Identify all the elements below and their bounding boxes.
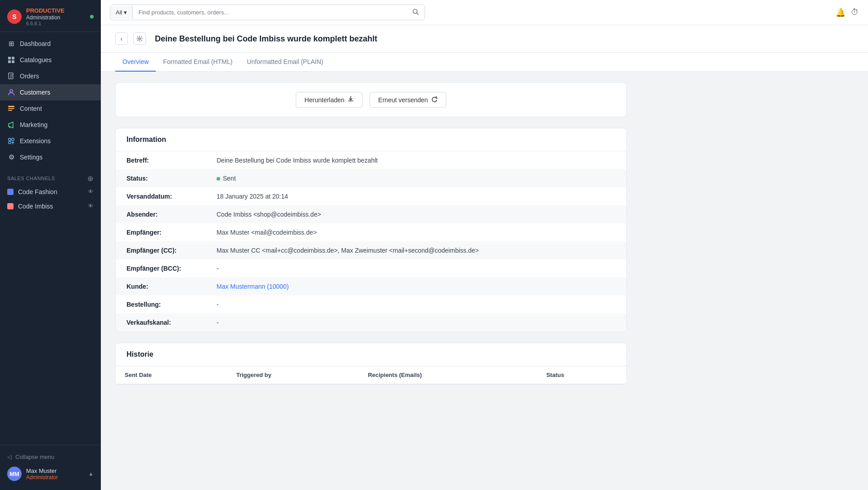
chevron-down-icon: ▾ xyxy=(124,9,127,16)
content-area: ‹ Deine Bestellung bei Code Imbiss wurde… xyxy=(101,25,868,490)
tab-unformatted-email[interactable]: Unformatted Email (PLAIN) xyxy=(240,53,330,72)
collapse-menu-button[interactable]: ◁ Collapse menu xyxy=(7,451,94,463)
sidebar-item-orders[interactable]: Orders xyxy=(0,68,101,84)
sales-channels-title: Sales Channels ⊕ xyxy=(0,169,101,185)
svg-line-16 xyxy=(416,13,418,14)
channel-label: Code Fashion xyxy=(18,188,57,195)
channel-dot xyxy=(7,203,14,209)
channel-label: Code Imbiss xyxy=(18,203,53,210)
info-label: Versanddatum: xyxy=(116,187,206,205)
sidebar-item-settings[interactable]: ⚙ Settings xyxy=(0,149,101,165)
tab-overview[interactable]: Overview xyxy=(115,53,156,72)
search-input[interactable] xyxy=(133,6,407,19)
resend-label: Erneut versenden xyxy=(378,96,428,104)
svg-rect-12 xyxy=(9,138,11,141)
sidebar-item-label: Catalogues xyxy=(20,56,52,64)
avatar: MM xyxy=(7,467,22,481)
sidebar-item-label: Content xyxy=(20,105,42,112)
sidebar-footer: ◁ Collapse menu MM Max Muster Administra… xyxy=(0,445,101,490)
user-name: Max Muster xyxy=(26,467,58,474)
brand-version: 6.6.8.1 xyxy=(26,21,64,26)
info-label: Verkaufskanal: xyxy=(116,313,206,331)
sidebar-item-label: Orders xyxy=(20,73,39,80)
svg-rect-0 xyxy=(8,57,11,59)
sidebar-item-label: Extensions xyxy=(20,137,50,145)
info-value: Max Muster CC <mail+cc@codeimbiss.de>, M… xyxy=(206,241,626,259)
info-value: Deine Bestellung bei Code Imbiss wurde k… xyxy=(206,151,626,169)
sales-channels-section: Sales Channels ⊕ Code Fashion 👁 Code Imb… xyxy=(0,169,101,213)
historie-table: Sent DateTriggered byRecipients (Emails)… xyxy=(116,366,626,384)
tabs-bar: Overview Formatted Email (HTML) Unformat… xyxy=(101,53,868,72)
info-label: Kunde: xyxy=(116,277,206,295)
sidebar-item-label: Marketing xyxy=(20,121,47,128)
topbar: All ▾ 🔔 ⏱ xyxy=(101,0,868,25)
settings-icon: ⚙ xyxy=(7,153,15,161)
sidebar-item-label: Customers xyxy=(20,89,50,96)
marketing-icon xyxy=(7,121,15,129)
sidebar-item-dashboard[interactable]: ⊞ Dashboard xyxy=(0,36,101,52)
dashboard-icon: ⊞ xyxy=(7,40,15,48)
svg-point-8 xyxy=(10,90,13,92)
table-column-header: Sent Date xyxy=(116,366,227,384)
customers-icon xyxy=(7,88,15,96)
svg-point-17 xyxy=(139,38,140,40)
sidebar-header: S PRODUCTIVE Administration 6.6.8.1 xyxy=(0,0,101,32)
app-logo: S xyxy=(7,9,22,24)
sidebar-item-marketing[interactable]: Marketing xyxy=(0,117,101,133)
resend-button[interactable]: Erneut versenden xyxy=(370,92,446,108)
notifications-icon[interactable]: 🔔 xyxy=(836,8,845,18)
tab-formatted-email[interactable]: Formatted Email (HTML) xyxy=(156,53,240,72)
status-indicator xyxy=(90,15,94,18)
svg-rect-13 xyxy=(12,138,14,141)
info-value[interactable]: Max Mustermann (10000) xyxy=(206,277,626,295)
search-container: All ▾ xyxy=(110,5,425,20)
sales-channel-code-fashion[interactable]: Code Fashion 👁 xyxy=(0,185,101,199)
chevron-up-icon: ▲ xyxy=(88,471,94,477)
main-content: All ▾ 🔔 ⏱ ‹ Deine Bestellung bei Code Im… xyxy=(101,0,868,490)
info-value: 18 January 2025 at 20:14 xyxy=(206,187,626,205)
sales-channel-code-imbiss[interactable]: Code Imbiss 👁 xyxy=(0,199,101,213)
sidebar-item-content[interactable]: Content xyxy=(0,100,101,117)
info-value: Max Muster <mail@codeimbiss.de> xyxy=(206,223,626,241)
user-section[interactable]: MM Max Muster Administrator ▲ xyxy=(7,463,94,485)
brand-name: PRODUCTIVE xyxy=(26,7,64,14)
download-button[interactable]: Herunterladen xyxy=(296,92,362,108)
nav-main: ⊞ Dashboard Catalogues Orders Customers xyxy=(0,32,101,169)
orders-icon xyxy=(7,72,15,80)
info-label: Empfänger (BCC): xyxy=(116,259,206,277)
resend-icon xyxy=(431,96,438,104)
collapse-icon: ◁ xyxy=(7,454,12,460)
search-filter-label: All xyxy=(116,9,122,16)
table-column-header: Status xyxy=(537,366,626,384)
svg-rect-1 xyxy=(12,57,14,59)
settings-button[interactable] xyxy=(133,32,146,45)
svg-rect-14 xyxy=(9,141,11,144)
extensions-icon xyxy=(7,137,15,145)
sidebar-item-catalogues[interactable]: Catalogues xyxy=(0,52,101,68)
topbar-icons: 🔔 ⏱ xyxy=(836,8,859,18)
info-value: - xyxy=(206,295,626,313)
search-button[interactable] xyxy=(407,5,425,20)
table-column-header: Recipients (Emails) xyxy=(359,366,537,384)
user-info: Max Muster Administrator xyxy=(26,467,58,481)
sidebar: S PRODUCTIVE Administration 6.6.8.1 ⊞ Da… xyxy=(0,0,101,490)
search-filter-dropdown[interactable]: All ▾ xyxy=(110,6,133,19)
historie-section: Historie Sent DateTriggered byRecipients… xyxy=(115,343,627,385)
status-dot xyxy=(217,177,220,181)
info-label: Status: xyxy=(116,169,206,187)
svg-rect-10 xyxy=(8,108,14,109)
svg-rect-9 xyxy=(8,106,14,107)
info-value: - xyxy=(206,259,626,277)
sidebar-item-extensions[interactable]: Extensions xyxy=(0,133,101,149)
page-body: Herunterladen Erneut versenden Informati… xyxy=(101,72,641,406)
sidebar-item-customers[interactable]: Customers xyxy=(0,84,101,100)
information-title: Information xyxy=(116,128,626,151)
catalogues-icon xyxy=(7,56,15,64)
add-sales-channel-icon[interactable]: ⊕ xyxy=(87,174,94,183)
timer-icon[interactable]: ⏱ xyxy=(851,8,859,17)
eye-icon[interactable]: 👁 xyxy=(88,203,94,209)
back-button[interactable]: ‹ xyxy=(115,32,128,45)
content-icon xyxy=(7,104,15,113)
eye-icon[interactable]: 👁 xyxy=(88,188,94,195)
brand-admin: Administration xyxy=(26,14,64,21)
